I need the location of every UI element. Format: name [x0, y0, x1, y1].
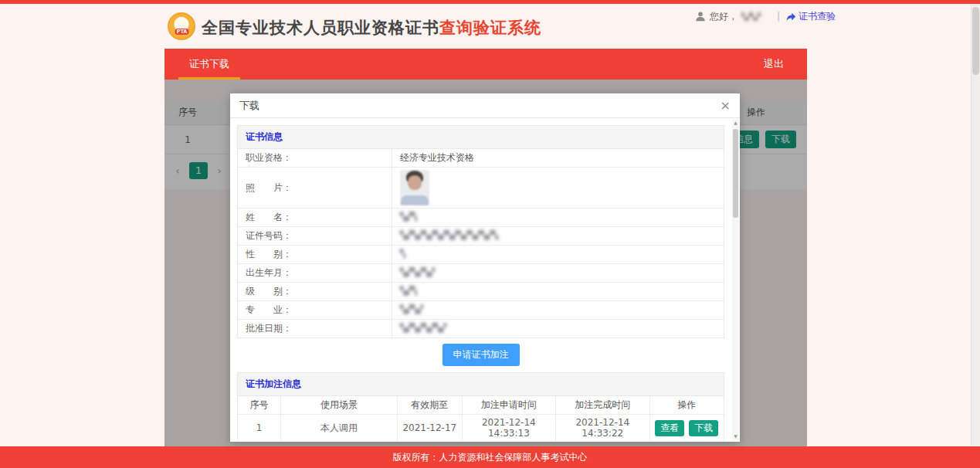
field-label: 职业资格： — [238, 149, 392, 167]
field-occupation: 职业资格： 经济专业技术资格 — [238, 149, 724, 168]
annotation-table: 序号 使用场景 有效期至 加注申请时间 加注完成时间 操作 1 本人调用 202… — [238, 396, 724, 441]
certificate-info-section: 证书信息 职业资格： 经济专业技术资格 照 片： 姓 名： ▚▞▚ 证件号码： — [237, 125, 724, 338]
page-scrollbar-thumb[interactable] — [972, 7, 979, 75]
logout-button[interactable]: 退出 — [764, 57, 784, 71]
cell-valid-until: 2021-12-17 — [398, 415, 463, 442]
annotation-table-header: 序号 使用场景 有效期至 加注申请时间 加注完成时间 操作 — [238, 396, 724, 415]
field-photo: 照 片： — [238, 168, 724, 209]
field-label: 姓 名： — [238, 209, 392, 226]
field-value-masked: ▚ — [400, 249, 405, 259]
dialog-title: 下载 — [239, 99, 259, 113]
annotation-info-section: 证书加注信息 序号 使用场景 有效期至 加注申请时间 加注完成时间 操作 1 — [237, 372, 724, 441]
tab-cert-download[interactable]: 证书下载 — [178, 49, 240, 80]
annotation-info-title: 证书加注信息 — [238, 373, 724, 396]
site-footer: 版权所有：人力资源和社会保障部人事考试中心 — [0, 446, 980, 468]
download-button[interactable]: 下载 — [689, 420, 718, 436]
page-title-accent: 查询验证系统 — [439, 19, 541, 37]
certificate-photo — [400, 170, 429, 205]
field-label: 证件号码： — [238, 227, 392, 245]
page-scrollbar[interactable] — [971, 4, 980, 446]
field-birth: 出生年月： ▚▞▚▞▚▞ — [238, 264, 724, 283]
cert-verify-link[interactable]: 证书查验 — [786, 10, 836, 23]
col-scene: 使用场景 — [281, 396, 398, 415]
page-title: 全国专业技术人员职业资格证书查询验证系统 — [202, 17, 541, 39]
dialog-body: 证书信息 职业资格： 经济专业技术资格 照 片： 姓 名： ▚▞▚ 证件号码： — [230, 118, 740, 441]
field-value: 经济专业技术资格 — [392, 149, 724, 167]
field-label: 专 业： — [238, 301, 392, 319]
field-value-masked: ▚▞▚▞▚▞ — [400, 267, 435, 277]
scroll-down-icon[interactable]: ▼ — [732, 432, 739, 440]
field-value-masked: ▚▞▚ — [400, 286, 417, 296]
forward-arrow-icon — [786, 12, 796, 22]
field-label: 级 别： — [238, 283, 392, 300]
field-label: 批准日期： — [238, 320, 392, 337]
field-value-masked: ▚▞▚ — [400, 212, 417, 222]
field-label: 性 别： — [238, 246, 392, 263]
cert-verify-label: 证书查验 — [799, 10, 836, 23]
dialog-scrollbar-thumb[interactable] — [733, 129, 738, 218]
field-name: 姓 名： ▚▞▚ — [238, 209, 724, 227]
col-valid-until: 有效期至 — [398, 396, 463, 415]
cell-apply-time: 2021-12-14 14:33:13 — [462, 415, 555, 442]
col-apply-time: 加注申请时间 — [462, 396, 555, 415]
user-icon — [695, 11, 706, 22]
col-complete-time: 加注完成时间 — [556, 396, 649, 415]
field-major: 专 业： ▚▞▚▞ — [238, 301, 724, 320]
field-value-masked: ▚▞▚▞▚▞▚▞▚▞▚▞▚▞▚▞▚ — [400, 230, 498, 240]
col-index: 序号 — [238, 396, 281, 415]
close-icon[interactable]: × — [721, 100, 731, 112]
scroll-up-icon[interactable]: ▲ — [732, 119, 739, 127]
certificate-info-title: 证书信息 — [238, 126, 724, 149]
field-value-masked: ▚▞▚▞ — [400, 304, 423, 314]
dialog-scrollbar[interactable]: ▲ ▼ — [732, 119, 739, 440]
cell-complete-time: 2021-12-14 14:33:22 — [556, 415, 649, 442]
main-navbar: 证书下载 退出 — [164, 49, 807, 80]
field-value-masked: ▚▞▚▞▚▞▚▞ — [400, 323, 446, 333]
col-action: 操作 — [649, 396, 724, 415]
greeting-text: 您好， — [710, 10, 738, 23]
field-gender: 性 别： ▚ — [238, 246, 724, 264]
site-logo-text: PTA — [175, 29, 188, 35]
download-dialog: 下载 × 证书信息 职业资格： 经济专业技术资格 照 片： 姓 名： ▚▞▚ — [230, 93, 740, 442]
page-title-main: 全国专业技术人员职业资格证书 — [202, 19, 439, 37]
separator: | — [777, 11, 780, 22]
cell-index: 1 — [238, 415, 281, 442]
username-masked: ▚▞▚▞ — [741, 12, 771, 21]
field-label: 照 片： — [238, 168, 392, 208]
site-logo-icon: PTA — [168, 12, 195, 40]
field-level: 级 别： ▚▞▚ — [238, 283, 724, 301]
annotation-row: 1 本人调用 2021-12-17 2021-12-14 14:33:13 20… — [238, 415, 724, 442]
field-label: 出生年月： — [238, 264, 392, 282]
view-button[interactable]: 查看 — [655, 420, 684, 436]
field-id-number: 证件号码： ▚▞▚▞▚▞▚▞▚▞▚▞▚▞▚▞▚ — [238, 227, 724, 246]
apply-annotation-button[interactable]: 申请证书加注 — [443, 344, 520, 366]
dialog-titlebar: 下载 × — [230, 93, 740, 118]
field-approve-date: 批准日期： ▚▞▚▞▚▞▚▞ — [238, 320, 724, 337]
cell-scene: 本人调用 — [281, 415, 398, 442]
user-info: 您好， ▚▞▚▞ | 证书查验 — [695, 9, 836, 23]
copyright-text: 版权所有：人力资源和社会保障部人事考试中心 — [393, 451, 588, 464]
